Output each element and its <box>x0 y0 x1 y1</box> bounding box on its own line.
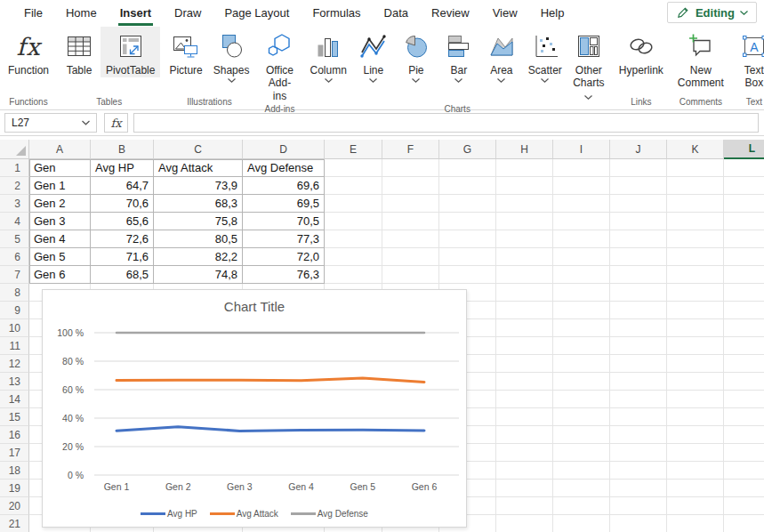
cell-K20[interactable] <box>667 497 724 515</box>
cell-H4[interactable] <box>496 213 553 230</box>
tab-view[interactable]: View <box>481 2 529 24</box>
cell-I20[interactable] <box>553 497 610 515</box>
column-header-K[interactable]: K <box>667 140 724 159</box>
row-header-9[interactable]: 9 <box>0 302 29 319</box>
cell-L4[interactable] <box>724 213 764 230</box>
cell-I15[interactable] <box>553 408 610 426</box>
insert-function-button[interactable]: fx <box>104 113 128 133</box>
cell-I5[interactable] <box>553 230 610 248</box>
tab-page-layout[interactable]: Page Layout <box>213 2 301 24</box>
column-button[interactable]: Column <box>304 27 351 84</box>
cell-H5[interactable] <box>496 230 553 248</box>
cell-F3[interactable] <box>382 195 439 213</box>
row-header-21[interactable]: 21 <box>0 515 29 532</box>
cell-H1[interactable] <box>496 159 553 177</box>
cell-L6[interactable] <box>724 248 764 266</box>
cell-J7[interactable] <box>610 266 667 284</box>
cell-K7[interactable] <box>667 266 724 284</box>
cell-K6[interactable] <box>667 248 724 266</box>
cell-I11[interactable] <box>553 337 610 355</box>
row-header-11[interactable]: 11 <box>0 337 29 355</box>
cell-I21[interactable] <box>553 515 610 532</box>
cell-I9[interactable] <box>553 302 610 319</box>
cell-G5[interactable] <box>439 230 496 248</box>
cell-I17[interactable] <box>553 444 610 462</box>
cell-K15[interactable] <box>667 408 724 426</box>
column-header-D[interactable]: D <box>243 140 325 159</box>
row-header-7[interactable]: 7 <box>0 266 29 284</box>
tab-formulas[interactable]: Formulas <box>301 2 372 24</box>
cell-I4[interactable] <box>553 213 610 230</box>
cell-F2[interactable] <box>382 177 439 195</box>
cell-D6[interactable]: 72,0 <box>243 248 325 266</box>
row-header-16[interactable]: 16 <box>0 426 29 444</box>
cell-C2[interactable]: 73,9 <box>154 177 243 195</box>
cell-J15[interactable] <box>610 408 667 426</box>
cell-K9[interactable] <box>667 302 724 319</box>
new-comment-button[interactable]: New Comment <box>672 27 729 91</box>
cell-D1[interactable]: Avg Defense <box>243 159 325 177</box>
cell-J12[interactable] <box>610 355 667 373</box>
cell-I13[interactable] <box>553 373 610 391</box>
cell-L16[interactable] <box>724 426 764 444</box>
cell-H19[interactable] <box>496 480 553 497</box>
cell-H17[interactable] <box>496 444 553 462</box>
column-header-A[interactable]: A <box>29 140 91 159</box>
cell-K14[interactable] <box>667 391 724 408</box>
cell-H2[interactable] <box>496 177 553 195</box>
cell-K19[interactable] <box>667 480 724 497</box>
cell-F4[interactable] <box>382 213 439 230</box>
tab-home[interactable]: Home <box>54 2 109 24</box>
cell-J9[interactable] <box>610 302 667 319</box>
cell-L13[interactable] <box>724 373 764 391</box>
cell-L8[interactable] <box>724 284 764 302</box>
cell-K12[interactable] <box>667 355 724 373</box>
cell-B1[interactable]: Avg HP <box>91 159 154 177</box>
row-header-14[interactable]: 14 <box>0 391 29 408</box>
hyperlink-button[interactable]: Hyperlink <box>614 27 669 77</box>
cell-B5[interactable]: 72,6 <box>91 230 154 248</box>
cell-E6[interactable] <box>325 248 382 266</box>
scatter-button[interactable]: Scatter <box>523 27 567 84</box>
row-header-8[interactable]: 8 <box>0 284 29 302</box>
cell-E7[interactable] <box>325 266 382 284</box>
pivottable-button[interactable]: PivotTable <box>101 27 160 77</box>
cell-B4[interactable]: 65,6 <box>91 213 154 230</box>
row-header-5[interactable]: 5 <box>0 230 29 248</box>
cell-I18[interactable] <box>553 462 610 480</box>
cell-L15[interactable] <box>724 408 764 426</box>
cell-C1[interactable]: Avg Attack <box>154 159 243 177</box>
cell-E3[interactable] <box>325 195 382 213</box>
cell-G3[interactable] <box>439 195 496 213</box>
row-header-1[interactable]: 1 <box>0 159 29 177</box>
cell-J10[interactable] <box>610 319 667 337</box>
row-header-18[interactable]: 18 <box>0 462 29 480</box>
cell-A6[interactable]: Gen 5 <box>29 248 91 266</box>
cell-J6[interactable] <box>610 248 667 266</box>
tab-draw[interactable]: Draw <box>163 2 213 24</box>
row-header-2[interactable]: 2 <box>0 177 29 195</box>
text-box-button[interactable]: AText Box <box>733 27 764 91</box>
chevron-down-icon[interactable] <box>412 77 420 83</box>
cell-L21[interactable] <box>724 515 764 532</box>
cell-L3[interactable] <box>724 195 764 213</box>
cell-L20[interactable] <box>724 497 764 515</box>
cell-J1[interactable] <box>610 159 667 177</box>
column-header-C[interactable]: C <box>154 140 243 159</box>
cell-I1[interactable] <box>553 159 610 177</box>
cell-C7[interactable]: 74,8 <box>154 266 243 284</box>
other-charts-button[interactable]: OtherCharts <box>567 27 610 103</box>
cell-H18[interactable] <box>496 462 553 480</box>
row-header-15[interactable]: 15 <box>0 408 29 426</box>
cell-L11[interactable] <box>724 337 764 355</box>
cell-A4[interactable]: Gen 3 <box>29 213 91 230</box>
cell-L18[interactable] <box>724 462 764 480</box>
shapes-button[interactable]: Shapes <box>208 27 255 84</box>
cell-G7[interactable] <box>439 266 496 284</box>
cell-E2[interactable] <box>325 177 382 195</box>
cell-L2[interactable] <box>724 177 764 195</box>
cell-I16[interactable] <box>553 426 610 444</box>
cell-G4[interactable] <box>439 213 496 230</box>
cell-J17[interactable] <box>610 444 667 462</box>
cell-F6[interactable] <box>382 248 439 266</box>
